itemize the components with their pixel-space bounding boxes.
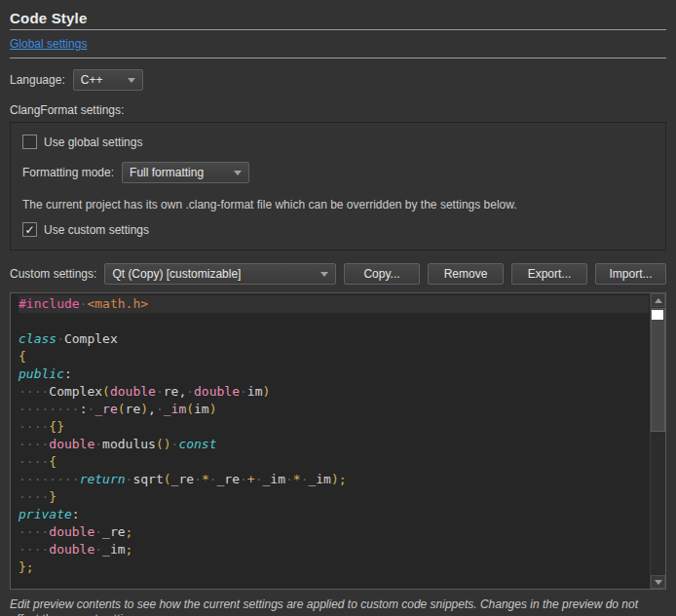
import-button[interactable]: Import...: [595, 263, 666, 285]
scroll-down-button[interactable]: [651, 575, 665, 589]
language-row: Language: C++: [10, 69, 666, 91]
custom-settings-select[interactable]: Qt (Copy) [customizable]: [104, 263, 336, 285]
code-line: ····{: [19, 453, 665, 471]
language-selected-value: C++: [81, 73, 103, 87]
code-line: {: [19, 348, 665, 366]
copy-button[interactable]: Copy...: [344, 263, 420, 285]
code-line: private:: [19, 506, 665, 523]
custom-settings-label: Custom settings:: [10, 267, 96, 281]
code-line: ········return·sqrt(_re·*·_re·+·_im·*·_i…: [19, 471, 665, 488]
use-custom-settings-checkbox[interactable]: [22, 222, 37, 237]
code-preview-editor[interactable]: #include·<math.h> class·Complex{public:·…: [10, 292, 666, 590]
use-custom-settings-row: Use custom settings: [22, 222, 654, 237]
code-line: ····double·_im;: [19, 541, 665, 558]
code-line: ····double·modulus()·const: [19, 436, 665, 453]
clangformat-section-label: ClangFormat settings:: [10, 103, 666, 117]
code-line: class·Complex: [19, 330, 665, 348]
use-custom-settings-label: Use custom settings: [44, 223, 149, 237]
chevron-down-icon: [234, 171, 242, 175]
code-line: [19, 313, 665, 330]
code-line: ····{}: [19, 418, 665, 436]
code-style-panel: Code Style Global settings Language: C++…: [0, 0, 676, 616]
custom-settings-selected-value: Qt (Copy) [customizable]: [112, 267, 241, 281]
remove-button[interactable]: Remove: [428, 263, 504, 285]
scrollbar-thumb[interactable]: [651, 308, 665, 432]
code-line: };: [19, 558, 665, 576]
formatting-mode-row: Formatting mode: Full formatting: [22, 162, 654, 183]
code-editor-content: #include·<math.h> class·Complex{public:·…: [11, 293, 665, 576]
formatting-mode-select[interactable]: Full formatting: [122, 162, 249, 183]
language-label: Language:: [10, 73, 65, 87]
vertical-scrollbar[interactable]: [650, 293, 665, 589]
chevron-down-icon: [128, 78, 135, 83]
use-global-settings-row: Use global settings: [22, 135, 654, 149]
code-line: ····double·_re;: [19, 523, 665, 541]
export-button[interactable]: Export...: [511, 263, 587, 285]
custom-settings-row: Custom settings: Qt (Copy) [customizable…: [10, 263, 666, 285]
global-settings-link[interactable]: Global settings: [10, 37, 87, 51]
formatting-mode-label: Formatting mode:: [22, 166, 114, 179]
language-select[interactable]: C++: [73, 69, 143, 91]
use-global-settings-label: Use global settings: [44, 135, 142, 149]
code-line: ····}: [19, 488, 665, 506]
preview-help-text: Edit preview contents to see how the cur…: [10, 597, 664, 616]
chevron-down-icon: [320, 272, 328, 277]
title-rule: [10, 29, 666, 30]
custom-settings-buttons: Copy... Remove Export... Import...: [344, 263, 666, 285]
header-divider: [10, 58, 666, 58]
scroll-up-button[interactable]: [651, 293, 665, 307]
formatting-mode-selected-value: Full formatting: [130, 166, 204, 179]
code-line: #include·<math.h>: [19, 295, 649, 313]
page-title: Code Style: [10, 10, 666, 26]
clangformat-groupbox: Use global settings Formatting mode: Ful…: [10, 122, 666, 250]
clang-format-info-text: The current project has its own .clang-f…: [22, 198, 654, 212]
use-global-settings-checkbox[interactable]: [22, 135, 37, 149]
triangle-up-icon: [655, 298, 662, 303]
code-line: ····Complex(double·re,·double·im): [19, 383, 665, 401]
code-line: public:: [19, 366, 665, 383]
code-line: ········:·_re(re),·_im(im): [19, 401, 665, 418]
triangle-down-icon: [655, 580, 662, 585]
scroll-position-marker: [652, 310, 663, 320]
